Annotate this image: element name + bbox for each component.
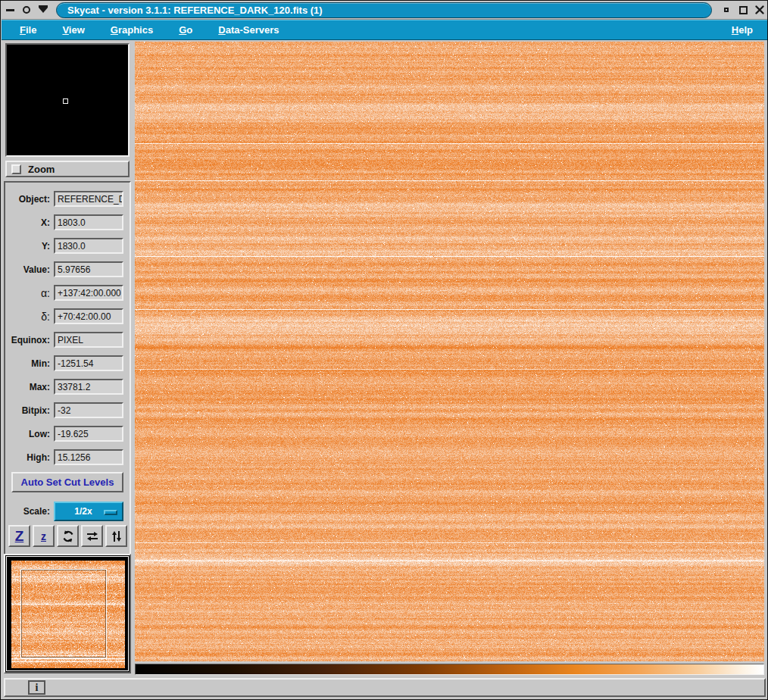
small-square-icon xyxy=(724,8,729,12)
low-field[interactable] xyxy=(54,426,123,442)
field-row-x: X: xyxy=(5,211,130,234)
field-row-max: Max: xyxy=(5,375,130,398)
field-row-ra: α: xyxy=(5,281,130,305)
max-field[interactable] xyxy=(54,379,123,395)
zoom-out-label: z xyxy=(41,531,46,542)
close-icon xyxy=(755,5,764,14)
zoom-checkbox[interactable] xyxy=(11,164,21,174)
scale-option-menu[interactable]: 1/2x xyxy=(54,502,123,521)
colorbar[interactable] xyxy=(135,664,764,675)
window-shade-button[interactable] xyxy=(35,2,52,17)
field-row-equinox: Equinox: xyxy=(5,328,130,352)
window-minimize-button[interactable] xyxy=(2,2,18,17)
alpha-label: α: xyxy=(5,287,54,299)
left-panel: Zoom Object: X: Y: Value: α: xyxy=(4,42,133,675)
delta-label: δ: xyxy=(5,311,54,323)
zoom-in-button[interactable]: Z xyxy=(8,525,30,547)
low-label: Low: xyxy=(5,429,54,439)
zoom-in-label: Z xyxy=(15,529,24,543)
option-menu-indicator-icon xyxy=(104,510,117,515)
pan-window[interactable] xyxy=(6,556,129,671)
window-title: Skycat - version 3.1.1: REFERENCE_DARK_1… xyxy=(67,5,323,16)
x-field[interactable] xyxy=(54,214,123,230)
flip-vertical-button[interactable] xyxy=(105,525,127,547)
scale-label: Scale: xyxy=(5,506,54,517)
fits-image[interactable] xyxy=(135,42,764,661)
window-menu-button[interactable] xyxy=(18,2,35,17)
menu-help[interactable]: Help xyxy=(724,21,760,39)
field-row-object: Object: xyxy=(5,187,130,211)
equinox-field[interactable] xyxy=(54,332,123,348)
image-toolbar: Z z xyxy=(8,525,130,548)
max-label: Max: xyxy=(5,382,54,392)
bitpix-label: Bitpix: xyxy=(5,405,54,416)
object-label: Object: xyxy=(5,194,54,205)
menubar: File View Graphics Go Data-Servers Help xyxy=(2,20,768,40)
info-button[interactable]: i xyxy=(28,680,45,695)
menu-graphics[interactable]: Graphics xyxy=(103,21,161,39)
minimize-icon xyxy=(6,9,14,11)
field-row-bitpix: Bitpix: xyxy=(5,398,130,422)
ra-field[interactable] xyxy=(54,285,123,301)
zoom-out-button[interactable]: z xyxy=(33,525,55,547)
menu-go[interactable]: Go xyxy=(171,21,200,39)
zoom-display xyxy=(5,43,130,157)
bitpix-field[interactable] xyxy=(54,402,123,418)
menu-view[interactable]: View xyxy=(55,21,92,39)
scale-value: 1/2x xyxy=(74,506,92,517)
value-label: Value: xyxy=(5,264,54,275)
flip-vertical-icon xyxy=(110,530,123,543)
value-field[interactable] xyxy=(54,261,123,277)
high-field[interactable] xyxy=(54,449,123,465)
field-row-high: High: xyxy=(5,445,130,469)
high-label: High: xyxy=(5,452,54,463)
window-restore-button[interactable] xyxy=(718,2,735,17)
pan-visible-area-rect[interactable] xyxy=(20,569,107,658)
field-row-y: Y: xyxy=(5,234,130,258)
y-label: Y: xyxy=(5,241,54,252)
field-row-dec: δ: xyxy=(5,305,130,328)
flip-horizontal-button[interactable] xyxy=(81,525,103,547)
menu-file[interactable]: File xyxy=(12,21,44,39)
maximize-icon xyxy=(739,6,748,14)
rotate-icon xyxy=(61,530,75,543)
scale-row: Scale: 1/2x xyxy=(5,501,130,522)
title-pill: Skycat - version 3.1.1: REFERENCE_DARK_1… xyxy=(56,2,712,18)
y-field[interactable] xyxy=(54,238,123,254)
info-panel: Object: X: Y: Value: α: δ: xyxy=(4,181,131,593)
object-field[interactable] xyxy=(54,191,123,207)
equinox-label: Equinox: xyxy=(5,335,54,345)
window-close-button[interactable] xyxy=(751,2,768,17)
zoom-checkbox-label: Zoom xyxy=(28,164,55,175)
auto-set-cut-levels-button[interactable]: Auto Set Cut Levels xyxy=(11,472,123,492)
field-row-low: Low: xyxy=(5,422,130,445)
menu-data-servers[interactable]: Data-Servers xyxy=(211,21,286,39)
image-display-area[interactable] xyxy=(135,42,764,661)
flip-horizontal-icon xyxy=(86,530,99,543)
x-label: X: xyxy=(5,217,54,228)
zoom-cursor-marker xyxy=(63,98,68,104)
pan-window-frame xyxy=(4,554,131,673)
titlebar: Skycat - version 3.1.1: REFERENCE_DARK_1… xyxy=(2,1,768,20)
field-row-value: Value: xyxy=(5,258,130,281)
min-field[interactable] xyxy=(54,355,123,371)
statusbar: i xyxy=(4,678,766,697)
rotate-button[interactable] xyxy=(57,525,79,547)
field-row-min: Min: xyxy=(5,352,130,375)
info-icon: i xyxy=(36,682,39,694)
min-label: Min: xyxy=(5,358,54,369)
dec-field[interactable] xyxy=(54,308,123,324)
skycat-window: Skycat - version 3.1.1: REFERENCE_DARK_1… xyxy=(0,0,768,700)
window-maximize-button[interactable] xyxy=(735,2,751,17)
zoom-toggle-row: Zoom xyxy=(5,161,130,177)
circle-icon xyxy=(23,6,30,14)
shade-icon xyxy=(39,8,48,13)
